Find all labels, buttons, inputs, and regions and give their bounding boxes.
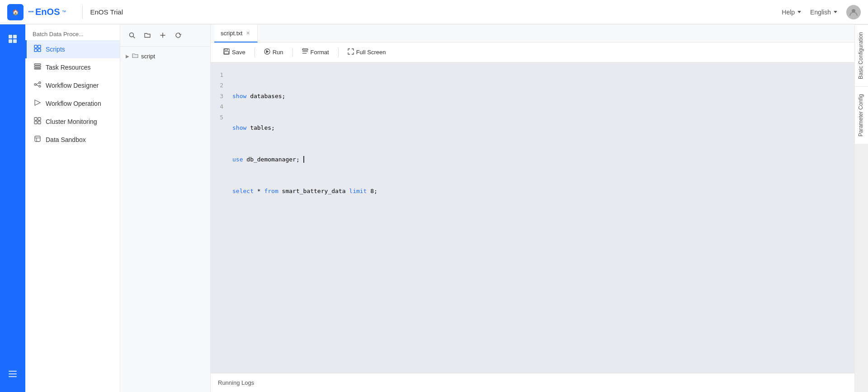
tab-close-button[interactable]: ✕: [245, 29, 251, 37]
svg-rect-11: [38, 49, 41, 52]
folder-chevron-icon: ▶: [126, 54, 129, 59]
topbar-right: Help English: [782, 5, 861, 19]
svg-rect-2: [13, 35, 17, 38]
search-button[interactable]: [126, 29, 138, 42]
svg-point-15: [34, 84, 36, 85]
app-layout: Batch Data Proce... Scripts Ta: [0, 24, 868, 392]
svg-line-19: [36, 85, 39, 86]
home-icon[interactable]: 🏠: [7, 4, 24, 20]
running-logs: Running Logs: [211, 373, 854, 392]
svg-line-18: [36, 83, 39, 85]
svg-rect-9: [38, 45, 41, 48]
task-resources-icon: [34, 63, 41, 72]
save-icon: [223, 48, 230, 56]
svg-rect-8: [34, 45, 37, 48]
file-tree-area: ▶ script: [120, 24, 211, 392]
toolbar-sep-2: [292, 48, 293, 57]
folder-name: script: [141, 53, 155, 60]
code-line-2: show tables;: [232, 123, 851, 133]
line-numbers: 1 2 3 4 5: [211, 62, 229, 373]
toolbar-sep-3: [338, 48, 339, 57]
svg-rect-3: [9, 39, 12, 43]
main-content: script.txt ✕ Save: [211, 24, 854, 392]
sidebar-item-data-sandbox[interactable]: Data Sandbox: [25, 131, 120, 149]
svg-rect-22: [38, 118, 41, 120]
file-tree-toolbar: [120, 24, 210, 47]
code-line-4: select * from smart_battery_data limit 8…: [232, 186, 851, 196]
tab-bar: script.txt ✕: [211, 24, 854, 43]
folder-icon: [132, 53, 138, 60]
avatar[interactable]: [846, 5, 861, 19]
code-line-1: show databases;: [232, 91, 851, 101]
svg-rect-14: [34, 68, 41, 69]
svg-rect-4: [13, 39, 17, 43]
svg-rect-7: [9, 376, 17, 377]
svg-rect-34: [224, 52, 229, 54]
logo-area: 🏠 ··· EnOS ™: [7, 4, 66, 20]
workflow-designer-icon: [34, 81, 41, 90]
code-line-3: use db_demomanager;: [232, 154, 851, 165]
svg-rect-6: [9, 373, 17, 374]
fullscreen-icon: [348, 48, 354, 56]
sidebar-item-workflow-designer[interactable]: Workflow Designer: [25, 76, 120, 94]
sidebar-item-scripts[interactable]: Scripts: [25, 40, 120, 58]
svg-rect-13: [34, 66, 41, 67]
tab-script-txt[interactable]: script.txt ✕: [214, 24, 258, 43]
file-tree-content: ▶ script: [120, 47, 210, 392]
code-editor[interactable]: 1 2 3 4 5 show databases; show tables; u…: [211, 62, 854, 373]
sidebar-icon-batch[interactable]: [4, 30, 22, 48]
svg-marker-20: [35, 100, 40, 105]
lang-chevron-icon: [834, 11, 837, 13]
svg-rect-10: [34, 49, 37, 52]
svg-rect-23: [34, 121, 37, 124]
sidebar-item-task-resources[interactable]: Task Resources: [25, 58, 120, 76]
scripts-icon: [34, 45, 41, 54]
topbar-divider: [82, 5, 83, 19]
sidebar-item-workflow-operation-label: Workflow Operation: [46, 100, 101, 107]
sidebar-item-workflow-operation[interactable]: Workflow Operation: [25, 94, 120, 113]
format-icon: [302, 48, 308, 56]
svg-rect-21: [34, 118, 37, 120]
icon-sidebar: [0, 24, 25, 392]
fullscreen-button[interactable]: Full Screen: [342, 46, 392, 58]
folder-button[interactable]: [141, 29, 154, 42]
svg-point-17: [39, 85, 41, 87]
svg-rect-12: [34, 64, 41, 65]
add-file-button[interactable]: [156, 29, 169, 42]
workflow-operation-icon: [34, 99, 41, 108]
cluster-monitoring-icon: [34, 117, 41, 126]
refresh-button[interactable]: [172, 29, 184, 42]
topbar: 🏠 ··· EnOS ™ EnOS Trial Help English: [0, 0, 868, 24]
code-content[interactable]: show databases; show tables; use db_demo…: [229, 62, 854, 373]
run-button[interactable]: Run: [259, 46, 289, 58]
svg-marker-36: [266, 50, 269, 53]
save-button[interactable]: Save: [218, 46, 251, 58]
sidebar-bottom: [4, 365, 22, 392]
help-chevron-icon: [797, 11, 801, 13]
running-logs-label: Running Logs: [218, 379, 254, 386]
file-tree-folder[interactable]: ▶ script: [120, 50, 210, 62]
right-panel-tab-basic-config[interactable]: Basic Configuration: [855, 24, 868, 86]
sidebar-item-cluster-monitoring-label: Cluster Monitoring: [46, 118, 97, 125]
right-panel: Basic Configuration Parameter Config: [854, 24, 868, 392]
svg-rect-33: [225, 49, 227, 51]
svg-point-16: [39, 82, 41, 84]
sidebar-item-scripts-label: Scripts: [46, 46, 65, 53]
sidebar-item-workflow-designer-label: Workflow Designer: [46, 82, 99, 89]
nav-section-title: Batch Data Proce...: [25, 24, 120, 40]
sidebar-collapse-icon[interactable]: [4, 365, 22, 383]
tab-label: script.txt: [221, 30, 242, 37]
svg-rect-37: [302, 49, 308, 50]
editor-toolbar: Save Run: [211, 43, 854, 62]
language-button[interactable]: English: [810, 9, 837, 16]
help-button[interactable]: Help: [782, 9, 801, 16]
run-icon: [264, 48, 270, 56]
data-sandbox-icon: [34, 135, 41, 144]
format-button[interactable]: Format: [297, 46, 335, 58]
trial-label: EnOS Trial: [90, 8, 123, 16]
sidebar-item-cluster-monitoring[interactable]: Cluster Monitoring: [25, 113, 120, 131]
right-panel-tab-param-config[interactable]: Parameter Config: [855, 86, 868, 144]
toolbar-sep-1: [255, 48, 255, 57]
code-line-5: [232, 217, 851, 228]
brand: ··· EnOS ™: [28, 7, 66, 17]
